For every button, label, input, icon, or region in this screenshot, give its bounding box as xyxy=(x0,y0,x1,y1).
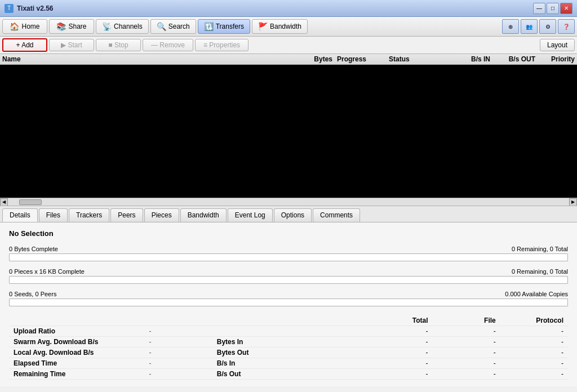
home-icon: 🏠 xyxy=(10,22,19,31)
search-icon: 🔍 xyxy=(157,22,166,31)
stats-total-3: - xyxy=(365,358,432,369)
tab-comments[interactable]: Comments xyxy=(313,208,360,222)
layout-button[interactable]: Layout xyxy=(540,39,575,51)
stats-midlabel-2: Bytes Out xyxy=(212,348,297,358)
stats-val-4: - xyxy=(144,369,212,380)
layout-label: Layout xyxy=(547,41,567,49)
tab-bandwidth[interactable]: Bandwidth xyxy=(180,208,227,222)
help-icon-btn[interactable]: ❓ xyxy=(558,19,575,34)
col-bsout-header[interactable]: B/s OUT xyxy=(490,55,535,63)
stats-val-0: - xyxy=(144,326,212,337)
details-panel: Details Files Trackers Peers Pieces Band… xyxy=(0,206,577,386)
remove-button[interactable]: — Remove xyxy=(143,39,193,51)
nav-transfers[interactable]: 🔃 Transfers xyxy=(198,19,250,34)
nav-home[interactable]: 🏠 Home xyxy=(2,19,47,34)
scroll-left-btn[interactable]: ◀ xyxy=(0,198,8,206)
stats-label-3: Elapsed Time xyxy=(9,358,144,369)
col-priority-header[interactable]: Priority xyxy=(535,55,575,63)
nav-bar: 🏠 Home 📚 Share 📡 Channels 🔍 Search 🔃 Tra… xyxy=(0,17,577,37)
seeds-label-row: 0 Seeds, 0 Peers 0.000 Available Copies xyxy=(9,291,568,297)
remove-label: — Remove xyxy=(151,41,185,49)
tab-details[interactable]: Details xyxy=(2,208,38,222)
pieces-progress-bar xyxy=(9,276,568,284)
stats-col-label xyxy=(9,313,144,326)
tab-peers[interactable]: Peers xyxy=(110,208,143,222)
scroll-right-btn[interactable]: ▶ xyxy=(569,198,577,206)
settings-icon-btn[interactable]: ⚙ xyxy=(539,19,556,34)
stats-midlabel-3: B/s In xyxy=(212,358,297,369)
stats-col-val xyxy=(144,313,212,326)
bytes-remaining-label: 0 Remaining, 0 Total xyxy=(512,246,568,252)
col-progress-header[interactable]: Progress xyxy=(332,55,389,63)
share-icon-btn[interactable]: ⊕ xyxy=(502,19,519,34)
pieces-progress-section: 0 Pieces x 16 KB Complete 0 Remaining, 0… xyxy=(9,268,568,284)
stats-file-0: - xyxy=(432,326,500,337)
stats-val-2: - xyxy=(144,348,212,358)
stats-protocol-1: - xyxy=(500,337,568,348)
tab-options[interactable]: Options xyxy=(274,208,312,222)
stats-total-2: - xyxy=(365,348,432,358)
stats-midval-4 xyxy=(297,369,365,380)
pieces-complete-label: 0 Pieces x 16 KB Complete xyxy=(9,268,85,275)
maximize-button[interactable]: □ xyxy=(547,3,559,14)
nav-bandwidth-label: Bandwidth xyxy=(270,23,301,30)
stats-protocol-3: - xyxy=(500,358,568,369)
stats-col-mid-label xyxy=(212,313,297,326)
stats-file-header: File xyxy=(432,313,500,326)
properties-button[interactable]: ≡ Properties xyxy=(195,39,248,51)
app-icon: T xyxy=(5,4,14,13)
stats-protocol-4: - xyxy=(500,369,568,380)
toolbar: + Add ▶ Start ■ Stop — Remove ≡ Properti… xyxy=(0,37,577,54)
nav-channels[interactable]: 📡 Channels xyxy=(96,19,149,34)
stats-file-2: - xyxy=(432,348,500,358)
tab-files[interactable]: Files xyxy=(39,208,68,222)
nav-share[interactable]: 📚 Share xyxy=(49,19,94,34)
pieces-remaining-label: 0 Remaining, 0 Total xyxy=(512,268,568,275)
stats-total-1: - xyxy=(365,337,432,348)
start-button[interactable]: ▶ Start xyxy=(49,39,94,51)
tab-trackers[interactable]: Trackers xyxy=(69,208,109,222)
tab-pieces[interactable]: Pieces xyxy=(144,208,179,222)
window-controls: — □ ✕ xyxy=(533,3,572,14)
nav-transfers-label: Transfers xyxy=(216,23,244,30)
scrollbar-thumb[interactable] xyxy=(19,199,42,205)
add-label: + Add xyxy=(16,41,33,49)
stats-midval-3 xyxy=(297,358,365,369)
stats-label-4: Remaining Time xyxy=(9,369,144,380)
stats-file-4: - xyxy=(432,369,500,380)
stats-midval-2 xyxy=(297,348,365,358)
col-bytes-header[interactable]: Bytes xyxy=(293,55,332,63)
minimize-button[interactable]: — xyxy=(533,3,545,14)
no-selection-text: No Selection xyxy=(9,229,568,238)
stats-label-0: Upload Ratio xyxy=(9,326,144,337)
nav-bandwidth[interactable]: 🚩 Bandwidth xyxy=(252,19,308,34)
col-status-header[interactable]: Status xyxy=(389,55,445,63)
stats-protocol-header: Protocol xyxy=(500,313,568,326)
tab-event-log[interactable]: Event Log xyxy=(228,208,273,222)
stats-file-3: - xyxy=(432,358,500,369)
seeds-progress-bar xyxy=(9,299,568,306)
horizontal-scrollbar[interactable]: ◀ ▶ xyxy=(0,198,577,206)
col-bsin-header[interactable]: B/s IN xyxy=(445,55,490,63)
users-icon-btn[interactable]: 👥 xyxy=(521,19,538,34)
nav-search[interactable]: 🔍 Search xyxy=(150,19,196,34)
bytes-progress-section: 0 Bytes Complete 0 Remaining, 0 Total xyxy=(9,246,568,261)
stats-row-0: Upload Ratio - - - - xyxy=(9,326,568,337)
properties-label: ≡ Properties xyxy=(203,41,240,49)
stats-midlabel-4: B/s Out xyxy=(212,369,297,380)
stats-file-1: - xyxy=(432,337,500,348)
scrollbar-track[interactable] xyxy=(8,199,569,205)
bandwidth-icon: 🚩 xyxy=(258,22,268,31)
col-name-header[interactable]: Name xyxy=(2,55,293,63)
close-button[interactable]: ✕ xyxy=(560,3,572,14)
add-button[interactable]: + Add xyxy=(2,38,47,52)
transfer-list-body[interactable] xyxy=(0,65,577,198)
bytes-complete-label: 0 Bytes Complete xyxy=(9,246,58,252)
stop-button[interactable]: ■ Stop xyxy=(96,39,141,51)
stop-label: ■ Stop xyxy=(108,41,128,49)
seeds-progress-section: 0 Seeds, 0 Peers 0.000 Available Copies xyxy=(9,291,568,306)
stats-total-4: - xyxy=(365,369,432,380)
pieces-label-row: 0 Pieces x 16 KB Complete 0 Remaining, 0… xyxy=(9,268,568,275)
seeds-peers-label: 0 Seeds, 0 Peers xyxy=(9,291,56,297)
stats-midval-0 xyxy=(297,326,365,337)
